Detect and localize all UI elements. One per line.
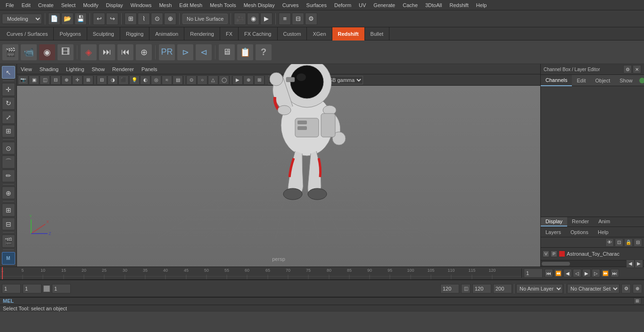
scrollbar-thumb[interactable] [542,262,570,266]
vp-manip-btn[interactable]: ✛ [72,75,83,85]
workspace-dropdown[interactable]: Modeling Rigging Animation Rendering [2,14,42,24]
vp-res-btn[interactable]: ⊟ [50,75,61,85]
grid-btn[interactable]: ⊟ [2,218,15,230]
vp-grid-btn[interactable]: ⊟ [97,75,107,85]
scale-tool-btn[interactable]: ⤢ [2,111,15,123]
le-lock-all-btn[interactable]: 🔒 [624,238,633,247]
lighting-menu[interactable]: Lighting [64,65,86,73]
step-back-btn[interactable]: ⏪ [554,269,562,277]
play-back-btn[interactable]: ◁ [573,269,581,277]
go-to-start-btn[interactable]: ⏮ [545,269,553,277]
menu-create[interactable]: Create [34,1,58,9]
open-scene-btn[interactable]: 📂 [61,13,74,25]
tab-redshift[interactable]: Redshift [332,27,365,40]
render-current-btn[interactable]: 🎥 [234,13,246,25]
tab-xgen[interactable]: XGen [307,27,332,40]
shelf-btn-rs1[interactable]: ◈ [80,44,97,61]
shelf-btn-pr1[interactable]: PR [158,44,175,61]
menu-windows[interactable]: Windows [127,1,156,9]
menu-redshift[interactable]: Redshift [446,1,472,9]
soft-select-btn[interactable]: ⊙ [2,142,15,154]
viewport-canvas[interactable]: X Y Z persp [17,86,540,267]
vp-xray-btn[interactable]: ⊙ [186,75,197,85]
vp-joint-btn[interactable]: ○ [197,75,207,85]
le-ref-all-btn[interactable]: ⊟ [634,238,642,247]
menu-edit-mesh[interactable]: Edit Mesh [175,1,206,9]
panel-settings-btn[interactable]: ⚙ [623,65,632,73]
view-menu[interactable]: View [19,65,34,73]
vp-sub-btn[interactable]: ⊕ [243,75,254,85]
show-menu[interactable]: Show [90,65,107,73]
menu-mesh[interactable]: Mesh [155,1,175,9]
shelf-btn-help[interactable]: ? [255,44,272,61]
show-hide-attr-btn[interactable]: ⊟ [292,13,304,25]
vp-aa-btn[interactable]: ≈ [162,75,172,85]
vp-poly-btn[interactable]: △ [208,75,218,85]
timeline-ruler[interactable]: 1 5 10 15 20 25 30 35 40 45 50 55 60 [0,267,521,279]
menu-modify[interactable]: Modify [79,1,102,9]
renderer-menu[interactable]: Renderer [110,65,136,73]
le-vis-all-btn[interactable]: 👁 [605,238,614,247]
layer-v-btn[interactable]: V [543,251,549,257]
menu-surfaces[interactable]: Surfaces [303,1,330,9]
tab-curves-surfaces[interactable]: Curves / Surfaces [1,27,54,40]
shelf-btn-rs2[interactable]: ⏭ [99,44,116,61]
vp-shading-btn[interactable]: ◑ [107,75,118,85]
vp-hud-btn[interactable]: ▤ [173,75,183,85]
vp-snap-btn[interactable]: ⊕ [61,75,72,85]
shelf-btn-log[interactable]: 📋 [237,44,254,61]
vp-sel-btn[interactable]: ⊞ [83,75,93,85]
shading-menu[interactable]: Shading [38,65,60,73]
tab-custom[interactable]: Custom [278,27,307,40]
rotate-tool-btn[interactable]: ↻ [2,97,15,110]
next-frame-btn[interactable]: ▷ [592,269,600,277]
cb-tab-object[interactable]: Object [590,75,615,86]
le-tab-render[interactable]: Render [567,217,594,227]
menu-uv[interactable]: UV [355,1,370,9]
timeline-current-frame[interactable] [524,268,543,278]
shelf-btn-rs3[interactable]: ⏮ [117,44,134,61]
menu-select[interactable]: Select [58,1,80,9]
render-btn[interactable]: 🎬 [2,235,15,247]
layer-p-btn[interactable]: P [551,251,557,257]
cb-green-btn[interactable] [639,78,644,83]
char-set-options-btn[interactable]: ⚙ [621,284,631,293]
redo-btn[interactable]: ↪ [106,13,118,25]
scroll-left-btn[interactable]: ◀ [626,259,635,268]
vp-gate-btn[interactable]: ◫ [40,75,50,85]
menu-file[interactable]: File [2,1,18,9]
vp-shadow-btn[interactable]: ◐ [140,75,150,85]
universal-tool-btn[interactable]: ⊞ [2,125,15,138]
menu-3dtoall[interactable]: 3DtoAll [421,1,446,9]
tab-fx[interactable]: FX [220,27,239,40]
play-fwd-btn[interactable]: ▶ [582,269,591,277]
cb-tab-channels[interactable]: Channels [541,75,572,86]
panel-close-btn[interactable]: ✕ [633,65,641,73]
snap-curve-btn[interactable]: ⌇ [138,13,150,25]
shelf-btn-1[interactable]: 🎬 [2,44,19,61]
shelf-btn-rs4[interactable]: ⊕ [135,44,152,61]
tab-sculpting[interactable]: Sculpting [87,27,120,40]
layer-color-swatch[interactable] [559,251,565,257]
vp-cam-btn[interactable]: 📷 [18,75,28,85]
menu-mesh-display[interactable]: Mesh Display [240,1,279,9]
vp-anim-btn[interactable]: ▶ [232,75,243,85]
menu-deform[interactable]: Deform [330,1,355,9]
playback-range-icon[interactable]: ◫ [461,284,471,293]
le-sub-options[interactable]: Options [566,228,593,236]
char-set-select[interactable]: No Character Set [567,284,619,293]
save-scene-btn[interactable]: 💾 [74,13,87,25]
show-hide-tool-btn[interactable]: ⚙ [305,13,317,25]
cmd-input[interactable] [17,298,634,304]
shelf-btn-4[interactable]: 🎞 [57,44,74,61]
snap-view-btn[interactable]: ⊕ [164,13,176,25]
snap-point-btn[interactable]: ⊙ [151,13,163,25]
tab-animation[interactable]: Animation [149,27,184,40]
vp-isolate-btn[interactable]: ◯ [219,75,229,85]
tab-bullet[interactable]: Bullet [365,27,390,40]
cb-tab-edit[interactable]: Edit [572,75,590,86]
scroll-right-btn[interactable]: ▶ [635,259,643,268]
le-sub-help[interactable]: Help [593,228,613,236]
le-tab-display[interactable]: Display [541,217,567,227]
ipr-btn[interactable]: ◉ [247,13,259,25]
